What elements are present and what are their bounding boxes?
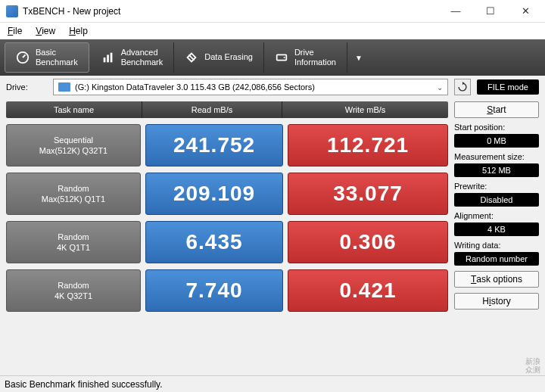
window-title: TxBENCH - New project: [23, 6, 445, 17]
tab-drive-information[interactable]: DriveInformation: [264, 42, 347, 73]
task-name-line1: Random: [58, 183, 89, 194]
history-button[interactable]: History: [454, 293, 539, 310]
usb-drive-icon: [58, 82, 70, 92]
task-name-line2: Max(512K) Q1T1: [42, 194, 105, 204]
adv-label-1: Advanced: [121, 48, 158, 57]
close-button[interactable]: ✕: [515, 4, 536, 19]
reload-button[interactable]: [454, 79, 471, 95]
basic-label-1: Basic: [36, 48, 56, 57]
drive-icon: [275, 51, 288, 64]
svg-line-1: [23, 54, 26, 58]
header-read: Read mB/s: [142, 101, 282, 118]
measurement-size-value[interactable]: 512 MB: [454, 163, 539, 177]
write-value: 33.077: [288, 173, 448, 215]
erase-icon: [185, 51, 198, 64]
write-value: 0.421: [288, 269, 448, 312]
read-value: 241.752: [145, 124, 283, 166]
task-name[interactable]: Random4K Q1T1: [6, 221, 141, 263]
alignment-label: Alignment:: [454, 211, 539, 220]
toolbar: BasicBenchmark AdvancedBenchmark Data Er…: [0, 39, 545, 76]
menu-help[interactable]: Help: [69, 26, 88, 36]
maximize-button[interactable]: ☐: [480, 4, 501, 19]
drive-select[interactable]: (G:) Kingston DataTraveler 3.0 115.43 GB…: [53, 79, 448, 95]
write-value: 0.306: [288, 221, 448, 263]
tab-data-erasing[interactable]: Data Erasing: [174, 42, 264, 73]
adv-label-2: Benchmark: [121, 58, 164, 67]
task-name-line2: 4K Q32T1: [54, 291, 92, 301]
task-name-line1: Random: [58, 232, 89, 242]
prewrite-label: Prewrite:: [454, 182, 539, 191]
read-value: 7.740: [145, 269, 283, 312]
start-position-label: Start position:: [454, 123, 539, 132]
task-name[interactable]: RandomMax(512K) Q1T1: [6, 173, 141, 215]
window-controls: — ☐ ✕: [445, 4, 536, 19]
svg-rect-3: [107, 54, 109, 62]
task-name-line2: Max(512K) Q32T1: [39, 145, 107, 156]
app-icon: [6, 5, 18, 17]
read-value: 6.435: [145, 221, 283, 263]
erase-label: Data Erasing: [204, 52, 253, 62]
drive-value: (G:) Kingston DataTraveler 3.0 115.43 GB…: [75, 82, 315, 92]
menubar: File View Help: [0, 23, 545, 39]
results-panel: Task name Read mB/s Write mB/s Sequentia…: [6, 101, 448, 312]
svg-point-7: [284, 57, 285, 58]
file-mode-badge: FILE mode: [477, 79, 539, 95]
measurement-size-label: Measurement size:: [454, 152, 539, 161]
header-task: Task name: [6, 101, 142, 118]
task-name-line1: Sequential: [54, 135, 93, 145]
drive-row: Drive: (G:) Kingston DataTraveler 3.0 11…: [0, 76, 545, 98]
svg-rect-2: [103, 58, 105, 62]
side-panel: Start Start position: 0 MB Measurement s…: [454, 101, 539, 312]
minimize-button[interactable]: —: [445, 4, 466, 19]
task-name-line2: 4K Q1T1: [57, 242, 90, 253]
task-name-line1: Random: [58, 280, 89, 291]
alignment-value[interactable]: 4 KB: [454, 222, 539, 236]
results-header: Task name Read mB/s Write mB/s: [6, 101, 448, 118]
task-name[interactable]: Random4K Q32T1: [6, 269, 141, 312]
chart-icon: [101, 51, 115, 64]
content: Task name Read mB/s Write mB/s Sequentia…: [0, 98, 545, 312]
menu-view[interactable]: View: [36, 26, 55, 36]
start-position-value[interactable]: 0 MB: [454, 134, 539, 148]
write-value: 112.721: [288, 124, 448, 166]
writing-data-value[interactable]: Random number: [454, 252, 539, 266]
drive-label-2: Information: [294, 58, 336, 67]
test-row: Random4K Q32T17.7400.421: [6, 269, 448, 312]
basic-label-2: Benchmark: [36, 58, 78, 67]
menu-file[interactable]: File: [8, 26, 22, 36]
prewrite-value[interactable]: Disabled: [454, 193, 539, 207]
task-options-button[interactable]: Task options: [454, 271, 539, 288]
writing-data-label: Writing data:: [454, 241, 539, 250]
test-row: Random4K Q1T16.4350.306: [6, 221, 448, 263]
statusbar: Basic Benchmark finished successfully.: [0, 375, 545, 392]
tab-basic-benchmark[interactable]: BasicBenchmark: [5, 42, 89, 73]
start-button[interactable]: Start: [454, 101, 539, 118]
task-name[interactable]: SequentialMax(512K) Q32T1: [6, 124, 141, 166]
test-row: RandomMax(512K) Q1T1209.10933.077: [6, 173, 448, 215]
svg-rect-4: [110, 53, 112, 63]
titlebar: TxBENCH - New project — ☐ ✕: [0, 0, 545, 23]
read-value: 209.109: [145, 173, 283, 215]
drive-label-1: Drive: [294, 48, 314, 57]
drive-label: Drive:: [6, 82, 47, 92]
test-row: SequentialMax(512K) Q32T1241.752112.721: [6, 124, 448, 166]
tab-advanced-benchmark[interactable]: AdvancedBenchmark: [91, 42, 175, 73]
reload-icon: [457, 82, 468, 92]
header-write: Write mB/s: [282, 101, 448, 118]
watermark: 新浪众测: [525, 357, 540, 374]
gauge-icon: [16, 51, 30, 64]
toolbar-overflow[interactable]: ▼: [347, 54, 370, 62]
chevron-down-icon: ⌄: [437, 83, 443, 92]
